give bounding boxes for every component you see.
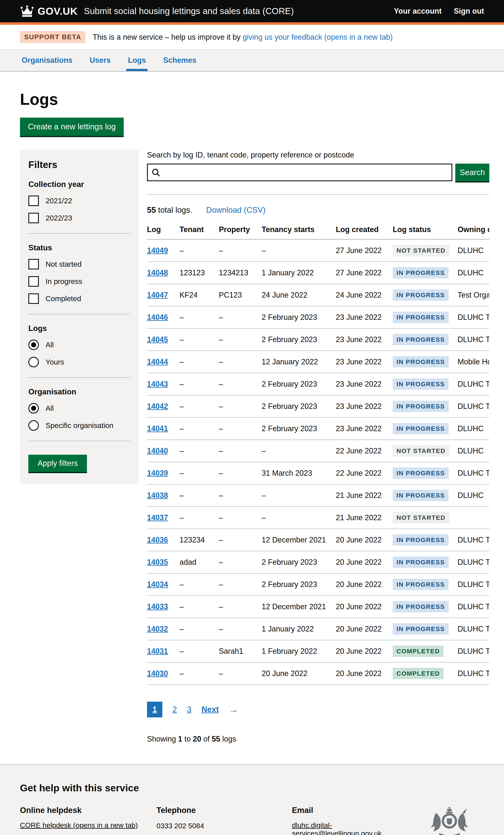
cell-property: – — [219, 395, 262, 418]
create-lettings-log-button[interactable]: Create a new lettings log — [20, 118, 124, 136]
cell-tenant: – — [180, 507, 219, 529]
log-link[interactable]: 14032 — [147, 625, 168, 633]
table-row: 14038 – – – 21 June 2022 IN PROGRESS DLU… — [147, 484, 489, 507]
cell-owning-org: DLUHC — [458, 418, 489, 440]
cell-log-id: 14032 — [147, 618, 180, 640]
cell-property: – — [219, 462, 262, 484]
log-link[interactable]: 14031 — [147, 647, 168, 655]
log-link[interactable]: 14034 — [147, 580, 168, 589]
online-helpdesk-heading: Online helpdesk — [20, 806, 157, 815]
radio-logs-all[interactable] — [28, 340, 39, 350]
status-badge: IN PROGRESS — [393, 534, 448, 546]
cell-log-created: 20 June 2022 — [336, 596, 393, 618]
status-badge: IN PROGRESS — [393, 490, 448, 501]
telephone-heading: Telephone — [157, 806, 292, 815]
log-link[interactable]: 14039 — [147, 469, 168, 477]
log-link[interactable]: 14049 — [147, 246, 168, 255]
cell-log-id: 14044 — [147, 351, 180, 373]
cell-log-status: IN PROGRESS — [393, 551, 458, 573]
log-link[interactable]: 14044 — [147, 358, 168, 366]
log-link[interactable]: 14036 — [147, 535, 168, 544]
radio-logs-yours[interactable] — [28, 357, 39, 367]
cell-property: – — [219, 663, 262, 685]
checkbox-2021-22[interactable] — [28, 196, 39, 206]
log-link[interactable]: 14041 — [147, 424, 168, 433]
cell-property: – — [219, 328, 262, 351]
cell-tenant: – — [180, 328, 219, 351]
cell-tenant: – — [180, 596, 219, 618]
log-link[interactable]: 14048 — [147, 268, 168, 277]
cell-log-id: 14036 — [147, 529, 180, 551]
cell-tenant: – — [180, 351, 219, 373]
checkbox-completed[interactable] — [28, 293, 39, 304]
log-link[interactable]: 14045 — [147, 335, 168, 344]
log-link[interactable]: 14038 — [147, 491, 168, 500]
footer-crown-block: © Crown copyright — [415, 806, 484, 835]
cell-log-status: IN PROGRESS — [393, 573, 458, 596]
govuk-header: GOV.UK Submit social housing lettings an… — [0, 0, 504, 25]
log-link[interactable]: 14030 — [147, 669, 168, 678]
cell-property: – — [219, 351, 262, 373]
cell-owning-org: DLUHC Tes — [458, 618, 489, 640]
your-account-link[interactable]: Your account — [394, 7, 442, 16]
cell-log-status: NOT STARTED — [393, 239, 458, 262]
checkbox-not-started[interactable] — [28, 259, 39, 269]
log-link[interactable]: 14040 — [147, 447, 168, 455]
total-logs-count: 55 — [147, 206, 156, 215]
pagination-page-1-current[interactable]: 1 — [147, 701, 162, 717]
apply-filters-button[interactable]: Apply filters — [28, 455, 87, 472]
pagination-page-3[interactable]: 3 — [187, 705, 191, 714]
results-section: Search by log ID, tenant code, property … — [147, 150, 489, 744]
core-helpdesk-link[interactable]: CORE helpdesk (opens in a new tab) — [20, 821, 138, 829]
log-link[interactable]: 14042 — [147, 402, 168, 411]
cell-owning-org: DLUHC — [458, 239, 489, 262]
checkbox-in-progress[interactable] — [28, 276, 39, 287]
cell-tenancy-starts: 2 February 2023 — [262, 418, 336, 440]
cell-log-id: 14043 — [147, 373, 180, 395]
log-link[interactable]: 14033 — [147, 602, 168, 611]
cell-property: – — [219, 551, 262, 573]
log-link[interactable]: 14035 — [147, 558, 168, 566]
cell-log-created: 23 June 2022 — [336, 395, 393, 418]
cell-tenant: – — [180, 484, 219, 507]
cell-log-created: 27 June 2022 — [336, 239, 393, 262]
cell-property: – — [219, 239, 262, 262]
tab-logs[interactable]: Logs — [126, 49, 148, 71]
status-badge: IN PROGRESS — [393, 423, 448, 434]
email-link[interactable]: dluhc.digital-services@levellingup.gov.u… — [292, 821, 382, 835]
sign-out-link[interactable]: Sign out — [454, 7, 484, 16]
filter-divider — [28, 378, 130, 378]
log-link[interactable]: 14037 — [147, 513, 168, 522]
pagination-page-2[interactable]: 2 — [173, 705, 177, 714]
cell-tenant: adad — [180, 551, 219, 573]
radio-organisation-all[interactable] — [28, 403, 39, 413]
download-csv-link[interactable]: Download (CSV) — [206, 206, 266, 215]
log-link[interactable]: 14046 — [147, 313, 168, 322]
service-name[interactable]: Submit social housing lettings and sales… — [84, 6, 294, 16]
cell-tenant: – — [180, 618, 219, 640]
govuk-logo[interactable]: GOV.UK — [20, 5, 78, 17]
log-link[interactable]: 14047 — [147, 291, 168, 299]
search-input[interactable] — [147, 164, 452, 181]
logs-filter-label: Logs — [28, 324, 130, 333]
tab-schemes[interactable]: Schemes — [161, 49, 198, 71]
option-label: In progress — [45, 277, 82, 286]
search-results-divider — [147, 194, 489, 195]
tab-users[interactable]: Users — [88, 49, 112, 71]
tab-organisations[interactable]: Organisations — [20, 49, 74, 71]
pagination-next[interactable]: Next — [201, 705, 219, 714]
checkbox-2022-23[interactable] — [28, 213, 39, 223]
cell-tenant: – — [180, 462, 219, 484]
radio-organisation-specific[interactable] — [28, 420, 39, 431]
option-organisation-specific: Specific organisation — [28, 420, 130, 431]
cell-log-id: 14035 — [147, 551, 180, 573]
filters-panel: Filters Collection year 2021/22 2022/23 … — [20, 150, 139, 484]
phase-banner-text: This is a new service – help us improve … — [93, 33, 393, 42]
status-badge: IN PROGRESS — [393, 289, 448, 301]
table-header-row: Log Tenant Property Tenancy starts Log c… — [147, 222, 489, 239]
search-button[interactable]: Search — [455, 164, 489, 181]
status-badge: IN PROGRESS — [393, 601, 448, 612]
log-link[interactable]: 14043 — [147, 380, 168, 388]
cell-log-created: 23 June 2022 — [336, 328, 393, 351]
feedback-link[interactable]: giving us your feedback (opens in a new … — [243, 33, 393, 41]
